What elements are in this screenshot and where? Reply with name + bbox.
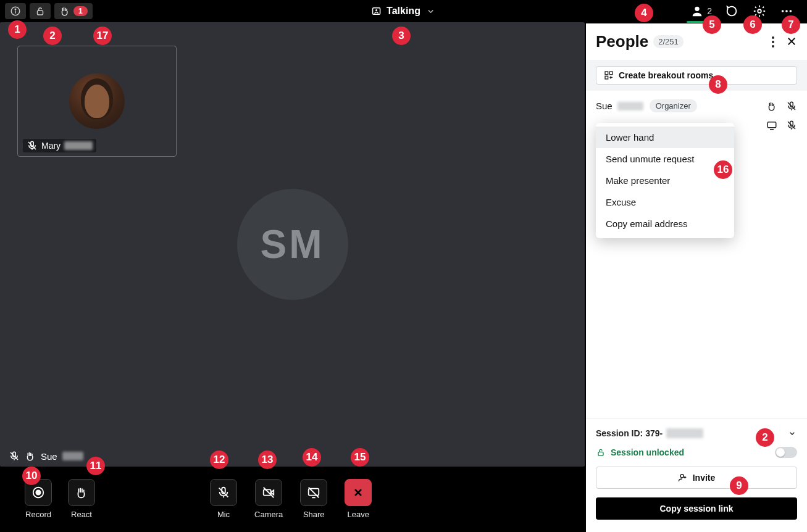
session-title-dropdown[interactable]: Talking bbox=[370, 6, 437, 17]
session-title: Talking bbox=[387, 6, 420, 17]
svg-rect-20 bbox=[767, 122, 776, 128]
session-lock-row[interactable]: Session unlocked bbox=[596, 447, 797, 458]
ctx-lower-hand[interactable]: Lower hand bbox=[596, 127, 734, 148]
person-icon bbox=[690, 4, 704, 18]
share-button[interactable] bbox=[300, 479, 327, 506]
svg-rect-21 bbox=[598, 452, 603, 455]
organizer-pill: Organizer bbox=[650, 99, 697, 112]
redacted-text bbox=[666, 428, 703, 438]
mic-label: Mic bbox=[217, 510, 230, 519]
leave-button[interactable] bbox=[345, 479, 372, 506]
screen-icon bbox=[766, 120, 777, 131]
annotation-marker: 7 bbox=[782, 15, 800, 34]
mic-muted-icon bbox=[27, 140, 38, 151]
svg-point-1 bbox=[15, 9, 16, 10]
ctx-excuse[interactable]: Excuse bbox=[596, 191, 734, 213]
mic-button[interactable] bbox=[210, 479, 237, 506]
video-stage: Mary SM Sue bbox=[0, 22, 585, 467]
add-person-icon bbox=[678, 473, 688, 483]
presenter-icon bbox=[370, 6, 382, 17]
ctx-copy-email[interactable]: Copy email address bbox=[596, 213, 734, 235]
participant-thumbnail[interactable]: Mary bbox=[17, 46, 177, 157]
annotation-marker: 16 bbox=[714, 160, 732, 179]
panel-count: 2/251 bbox=[653, 35, 684, 48]
svg-point-8 bbox=[785, 10, 788, 12]
hand-icon bbox=[766, 101, 777, 112]
redacted-text bbox=[64, 141, 93, 150]
raised-hands-button[interactable]: 1 bbox=[54, 3, 93, 19]
svg-rect-2 bbox=[38, 10, 43, 15]
annotation-marker: 2 bbox=[756, 428, 774, 447]
annotation-marker: 5 bbox=[703, 15, 721, 34]
annotation-marker: 1 bbox=[8, 20, 27, 39]
redacted-text bbox=[617, 102, 643, 110]
thumbnail-name: Mary bbox=[41, 141, 61, 151]
raised-hand-count: 1 bbox=[73, 6, 88, 16]
mic-muted-icon bbox=[786, 120, 797, 131]
camera-button[interactable] bbox=[255, 479, 282, 506]
info-button[interactable] bbox=[5, 3, 26, 19]
record-label: Record bbox=[25, 510, 51, 519]
mic-muted-icon bbox=[786, 101, 797, 112]
people-count: 2 bbox=[707, 6, 712, 16]
svg-rect-17 bbox=[605, 72, 608, 75]
main-speaker-initials: SM bbox=[261, 222, 325, 267]
context-menu: Lower hand Send unmute request Make pres… bbox=[596, 123, 734, 238]
chevron-down-icon bbox=[425, 6, 437, 17]
hand-icon bbox=[25, 451, 36, 462]
annotation-marker: 9 bbox=[730, 476, 748, 495]
annotation-marker: 10 bbox=[22, 467, 41, 485]
annotation-marker: 4 bbox=[635, 4, 653, 22]
redacted-text bbox=[62, 452, 83, 460]
annotation-marker: 6 bbox=[743, 15, 762, 34]
annotation-marker: 17 bbox=[93, 27, 112, 45]
svg-rect-19 bbox=[605, 76, 608, 79]
annotation-marker: 3 bbox=[392, 27, 411, 45]
camera-label: Camera bbox=[254, 510, 283, 519]
react-button[interactable] bbox=[68, 479, 95, 506]
session-unlocked-label: Session unlocked bbox=[611, 447, 684, 457]
session-id-label: Session ID: 379- bbox=[596, 428, 663, 438]
chat-button[interactable] bbox=[725, 4, 739, 18]
svg-point-15 bbox=[772, 41, 774, 43]
svg-point-11 bbox=[36, 490, 40, 494]
unlock-icon bbox=[596, 447, 606, 457]
panel-more-button[interactable] bbox=[771, 36, 775, 48]
svg-point-14 bbox=[772, 36, 774, 39]
annotation-marker: 2 bbox=[43, 27, 62, 45]
svg-point-16 bbox=[772, 45, 774, 48]
svg-rect-18 bbox=[609, 72, 613, 75]
avatar bbox=[69, 73, 125, 129]
mic-muted-icon bbox=[9, 451, 20, 462]
invite-button[interactable]: Invite bbox=[596, 467, 797, 489]
panel-title: People bbox=[596, 32, 648, 51]
people-panel: People 2/251 Create breakout rooms Sue O… bbox=[586, 23, 807, 532]
main-speaker-name: Sue bbox=[41, 451, 57, 462]
annotation-marker: 11 bbox=[86, 457, 105, 475]
react-label: React bbox=[71, 510, 92, 519]
annotation-marker: 13 bbox=[258, 451, 277, 469]
annotation-marker: 14 bbox=[303, 448, 321, 467]
annotation-marker: 15 bbox=[351, 448, 369, 467]
copy-session-link-button[interactable]: Copy session link bbox=[596, 497, 797, 520]
lock-toggle[interactable] bbox=[775, 447, 797, 458]
svg-point-7 bbox=[782, 10, 784, 12]
ctx-send-unmute[interactable]: Send unmute request bbox=[596, 148, 734, 170]
annotation-marker: 8 bbox=[709, 75, 727, 94]
panel-close-button[interactable] bbox=[786, 36, 797, 48]
svg-point-9 bbox=[790, 10, 792, 12]
lock-button[interactable] bbox=[30, 3, 51, 19]
person-name: Sue bbox=[596, 101, 613, 111]
invite-label: Invite bbox=[693, 473, 716, 483]
breakout-label: Create breakout rooms bbox=[619, 70, 713, 80]
person-row[interactable]: Sue Organizer bbox=[596, 96, 797, 116]
create-breakout-rooms-button[interactable]: Create breakout rooms bbox=[596, 66, 797, 85]
chevron-down-icon bbox=[787, 428, 797, 438]
breakout-icon bbox=[604, 70, 614, 80]
svg-point-5 bbox=[695, 7, 700, 11]
annotation-marker: 12 bbox=[210, 451, 228, 469]
svg-point-6 bbox=[758, 9, 761, 13]
main-speaker-avatar: SM bbox=[237, 189, 348, 300]
ctx-make-presenter[interactable]: Make presenter bbox=[596, 170, 734, 191]
leave-label: Leave bbox=[348, 510, 369, 519]
